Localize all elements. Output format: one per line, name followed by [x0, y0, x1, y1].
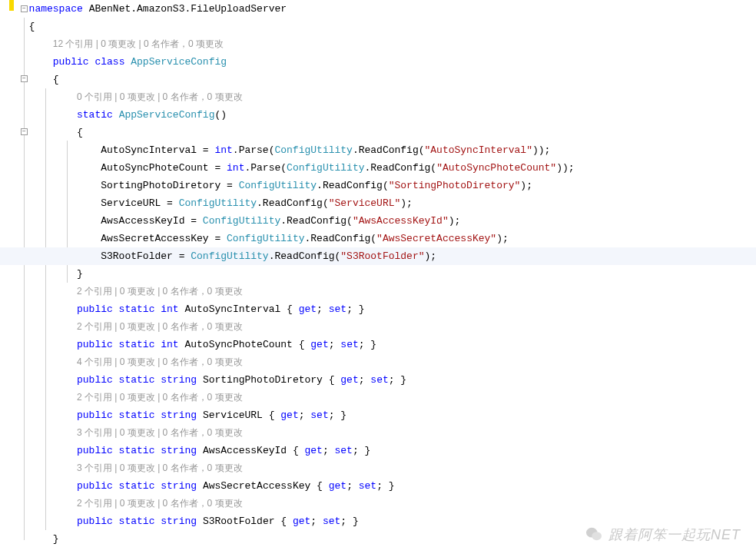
- watermark: 跟着阿笨一起玩NET: [585, 526, 741, 545]
- code-line: {: [17, 18, 756, 35]
- code-line: AutoSyncPhoteCount = int.Parse(ConfigUti…: [17, 159, 756, 177]
- svg-point-1: [592, 532, 602, 540]
- code-editor[interactable]: namespace ABenNet.AmazonS3.FileUploadSer…: [0, 0, 756, 548]
- change-marker: [9, 0, 14, 11]
- code-line: AwsAccessKeyId = ConfigUtility.ReadConfi…: [17, 212, 756, 230]
- code-line: public static string SortingPhotoDiretor…: [17, 371, 756, 389]
- code-line: 2 个引用 | 0 项更改 | 0 名作者，0 项更改: [17, 389, 756, 406]
- code-line: 2 个引用 | 0 项更改 | 0 名作者，0 项更改: [17, 318, 756, 336]
- codelens[interactable]: 12 个引用 | 0 项更改 | 0 名作者，0 项更改: [53, 38, 224, 49]
- code-line: public static int AutoSyncInterval { get…: [17, 300, 756, 318]
- codelens[interactable]: 4 个引用 | 0 项更改 | 0 名作者，0 项更改: [77, 356, 243, 367]
- code-line: static AppServiceConfig(): [17, 106, 756, 124]
- code-line: 0 个引用 | 0 项更改 | 0 名作者，0 项更改: [17, 88, 756, 106]
- code-line: AwsSecretAccessKey = ConfigUtility.ReadC…: [17, 230, 756, 247]
- codelens[interactable]: 3 个引用 | 0 项更改 | 0 名作者，0 项更改: [77, 427, 243, 438]
- code-line: 2 个引用 | 0 项更改 | 0 名作者，0 项更改: [17, 283, 756, 300]
- code-line: public static string ServiceURL { get; s…: [17, 406, 756, 424]
- code-line: SortingPhotoDiretory = ConfigUtility.Rea…: [17, 177, 756, 194]
- code-line: 12 个引用 | 0 项更改 | 0 名作者，0 项更改: [17, 35, 756, 53]
- codelens[interactable]: 0 个引用 | 0 项更改 | 0 名作者，0 项更改: [77, 91, 243, 102]
- code-line-current: S3RootFolder = ConfigUtility.ReadConfig(…: [0, 247, 756, 265]
- codelens[interactable]: 2 个引用 | 0 项更改 | 0 名作者，0 项更改: [77, 498, 243, 509]
- code-line: {: [17, 124, 756, 141]
- code-line: }: [17, 265, 756, 283]
- code-line: 4 个引用 | 0 项更改 | 0 名作者，0 项更改: [17, 353, 756, 371]
- code-line: 3 个引用 | 0 项更改 | 0 名作者，0 项更改: [17, 459, 756, 477]
- code-line: namespace ABenNet.AmazonS3.FileUploadSer…: [17, 0, 756, 18]
- code-line: public static int AutoSyncPhoteCount { g…: [17, 336, 756, 353]
- code-line: public static string AwsSecretAccessKey …: [17, 477, 756, 495]
- code-line: AutoSyncInterval = int.Parse(ConfigUtili…: [17, 141, 756, 159]
- wechat-icon: [585, 526, 602, 545]
- code-line: ServiceURL = ConfigUtility.ReadConfig("S…: [17, 194, 756, 212]
- codelens[interactable]: 2 个引用 | 0 项更改 | 0 名作者，0 项更改: [77, 321, 243, 332]
- codelens[interactable]: 2 个引用 | 0 项更改 | 0 名作者，0 项更改: [77, 392, 243, 403]
- code-line: 2 个引用 | 0 项更改 | 0 名作者，0 项更改: [17, 495, 756, 512]
- codelens[interactable]: 2 个引用 | 0 项更改 | 0 名作者，0 项更改: [77, 286, 243, 297]
- code-line: {: [17, 71, 756, 88]
- code-line: 3 个引用 | 0 项更改 | 0 名作者，0 项更改: [17, 424, 756, 442]
- code-line: public static string AwsAccessKeyId { ge…: [17, 442, 756, 459]
- code-line: public class AppServiceConfig: [17, 53, 756, 71]
- codelens[interactable]: 3 个引用 | 0 项更改 | 0 名作者，0 项更改: [77, 463, 243, 473]
